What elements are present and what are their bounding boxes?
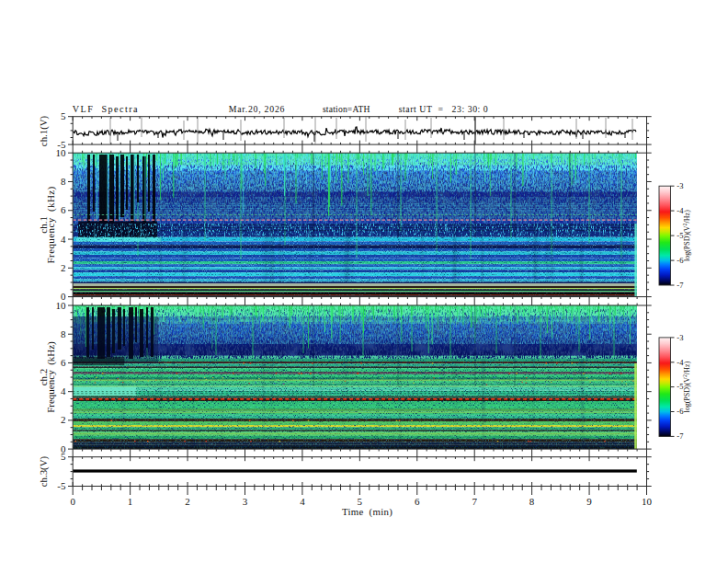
- svg-text:4: 4: [61, 234, 66, 245]
- svg-text:4: 4: [61, 385, 66, 396]
- svg-text:6: 6: [415, 496, 420, 507]
- svg-text:6: 6: [61, 357, 66, 368]
- svg-text:-7: -7: [677, 431, 683, 441]
- svg-text:-5: -5: [57, 480, 66, 491]
- svg-text:10: 10: [56, 300, 67, 311]
- svg-text:2: 2: [61, 262, 66, 273]
- svg-text:-3: -3: [677, 333, 683, 342]
- svg-text:8: 8: [61, 176, 66, 187]
- svg-text:2: 2: [61, 414, 66, 425]
- svg-text:7: 7: [472, 496, 477, 507]
- svg-text:9: 9: [586, 496, 592, 507]
- svg-text:log(PSD)(V2/Hz): log(PSD)(V2/Hz): [683, 210, 692, 261]
- svg-text:Time (min): Time (min): [342, 506, 392, 518]
- svg-text:VLF Spectra: VLF Spectra: [73, 104, 139, 114]
- svg-text:10: 10: [56, 147, 67, 158]
- svg-text:4: 4: [300, 496, 305, 507]
- svg-text:6: 6: [61, 204, 66, 215]
- svg-text:-7: -7: [677, 281, 683, 290]
- svg-text:Mar.20, 2026: Mar.20, 2026: [229, 104, 286, 114]
- svg-text:8: 8: [529, 496, 535, 507]
- svg-text:0: 0: [70, 496, 75, 507]
- svg-text:0: 0: [61, 443, 66, 454]
- svg-text:8: 8: [61, 328, 66, 339]
- svg-text:3: 3: [243, 496, 248, 507]
- svg-text:5: 5: [61, 110, 66, 121]
- svg-text:Frequency (kHz): Frequency (kHz): [45, 186, 57, 263]
- svg-text:5: 5: [358, 496, 363, 507]
- svg-text:ch.3(V): ch.3(V): [38, 456, 50, 488]
- svg-text:log(PSD)(V2/Hz): log(PSD)(V2/Hz): [683, 361, 692, 412]
- svg-text:10: 10: [642, 496, 653, 507]
- svg-text:1: 1: [128, 496, 133, 507]
- svg-text:station=ATH: station=ATH: [323, 104, 370, 114]
- svg-text:-3: -3: [677, 181, 683, 190]
- svg-text:Frequency (kHz): Frequency (kHz): [45, 341, 57, 413]
- svg-text:2: 2: [185, 496, 190, 507]
- svg-text:ch.1(V): ch.1(V): [38, 115, 50, 146]
- svg-text:start UT = 23: 30: 0: start UT = 23: 30: 0: [399, 104, 489, 114]
